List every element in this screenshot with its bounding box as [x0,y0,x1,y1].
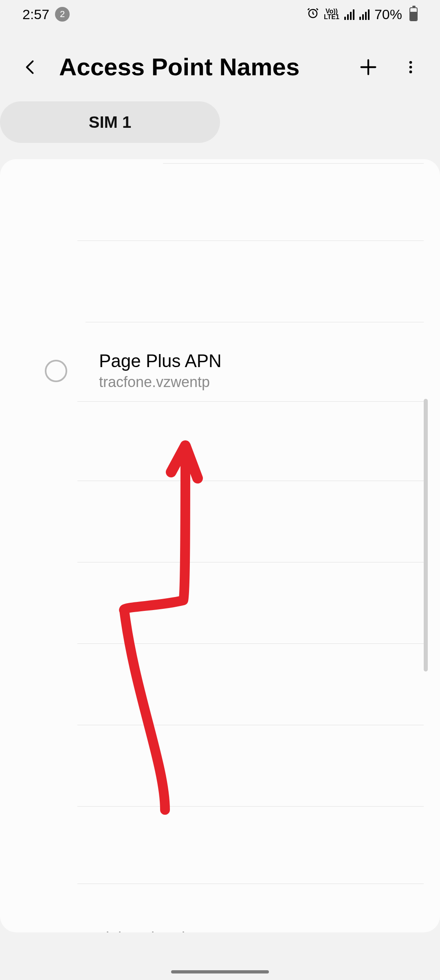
list-divider [77,562,424,562]
svg-point-5 [409,70,412,73]
gesture-handle[interactable] [171,970,269,973]
partial-row-text: ieisua interiet [106,929,198,932]
list-divider [77,725,424,725]
sim-tabs: SIM 1 [0,97,440,143]
notification-count-badge: 2 [55,7,70,22]
list-divider [240,643,424,644]
add-apn-button[interactable] [355,54,381,80]
battery-percent: 70% [374,7,402,22]
page-title: Access Point Names [59,53,339,81]
more-options-button[interactable] [398,54,424,80]
scrollbar-thumb[interactable] [424,399,428,672]
list-divider [77,643,240,644]
list-divider [77,884,424,884]
signal-icon-1 [344,9,354,20]
battery-icon [407,7,418,21]
signal-icon-2 [359,9,370,20]
list-divider [163,163,424,164]
list-divider [77,806,424,807]
apn-list[interactable]: Page Plus APN tracfone.vzwentp ieisua in… [0,159,440,932]
app-bar: Access Point Names [0,28,440,97]
radio-unselected[interactable] [45,360,67,382]
volte-icon: Vo)) LTE1 [324,9,339,20]
list-divider [77,241,424,241]
apn-item-page-plus[interactable]: Page Plus APN tracfone.vzwentp [0,330,424,411]
tab-sim1-label: SIM 1 [89,113,131,131]
list-divider [77,481,424,481]
clock: 2:57 [22,7,49,22]
list-divider [86,322,424,322]
svg-point-4 [409,66,412,68]
apn-title: Page Plus APN [99,351,222,371]
svg-point-3 [409,61,412,64]
status-bar: 2:57 2 Vo)) LTE1 70% [0,0,440,28]
back-button[interactable] [18,55,43,79]
apn-subtitle: tracfone.vzwentp [99,374,222,391]
tab-sim1[interactable]: SIM 1 [0,101,220,143]
alarm-icon [307,7,319,22]
apn-item-texts: Page Plus APN tracfone.vzwentp [99,351,222,391]
